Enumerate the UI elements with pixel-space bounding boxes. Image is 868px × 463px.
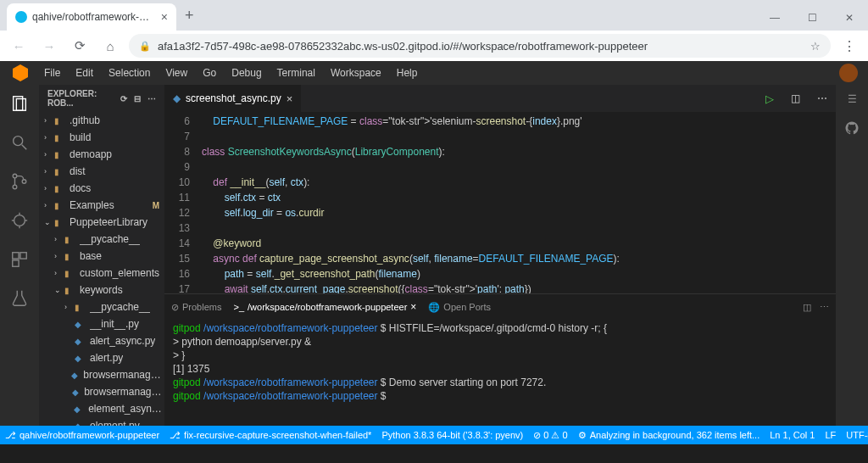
tree-item[interactable]: ›▮ExamplesM [39, 197, 164, 214]
url-input[interactable]: 🔒 afa1a3f2-7d57-498c-ae98-078652332abc.w… [129, 34, 831, 58]
panel-tabs: ⊘ Problems >_ /workspace/robotframework-… [164, 294, 836, 320]
test-icon[interactable] [9, 288, 30, 309]
menu-rail-icon[interactable]: ☰ [848, 93, 857, 105]
browser-tab-active[interactable]: qahive/robotframework-puppete × [7, 3, 176, 31]
python-file-icon: ◆ [173, 92, 181, 104]
lock-icon: 🔒 [139, 41, 151, 52]
explorer-header: EXPLORER: ROB... ⟳ ⊟ ⋯ [39, 85, 164, 112]
twisty-icon: › [64, 303, 75, 311]
tree-item[interactable]: ›▮__pycache__ [39, 298, 164, 315]
browser-menu-icon[interactable]: ⋮ [837, 38, 861, 54]
debug-activity-icon[interactable] [9, 210, 30, 231]
tree-label: custom_elements [80, 267, 159, 279]
menu-debug[interactable]: Debug [225, 61, 268, 85]
tree-item[interactable]: ◆alert.py [39, 349, 164, 366]
twisty-icon: › [44, 201, 54, 209]
close-tab-icon[interactable]: × [287, 92, 293, 105]
source-control-icon[interactable] [9, 171, 30, 192]
tree-item[interactable]: ›▮base [39, 248, 164, 265]
explorer-sidebar: EXPLORER: ROB... ⟳ ⊟ ⋯ ›▮.github›▮build›… [39, 85, 164, 426]
tree-label: dist [70, 165, 86, 177]
cursor-position[interactable]: Ln 1, Col 1 [770, 430, 815, 441]
tree-item[interactable]: ⌄▮PuppeteerLibrary [39, 214, 164, 231]
reload-icon[interactable]: ⟳ [68, 38, 92, 53]
encoding[interactable]: UTF-8 [846, 430, 868, 441]
tree-label: __init__.py [90, 318, 139, 330]
modified-badge: M [153, 201, 159, 210]
terminal-output[interactable]: gitpod /workspace/robotframework-puppete… [164, 320, 836, 426]
python-file-icon: ◆ [75, 337, 86, 346]
refresh-icon[interactable]: ⟳ [120, 94, 127, 103]
tree-item[interactable]: ›▮custom_elements [39, 265, 164, 282]
back-icon[interactable]: ← [7, 39, 31, 53]
tree-label: keywords [80, 284, 123, 296]
code-editor[interactable]: 67891011121314151617181920212223 DEFAULT… [164, 112, 836, 293]
open-ports-tab[interactable]: 🌐 Open Ports [428, 302, 491, 313]
menu-file[interactable]: File [37, 61, 67, 85]
tree-label: __pycache__ [90, 301, 150, 313]
close-terminal-icon[interactable]: × [410, 301, 416, 313]
tree-item[interactable]: ◆__init__.py [39, 315, 164, 332]
forward-icon[interactable]: → [37, 39, 61, 53]
problems-tab[interactable]: ⊘ Problems [171, 302, 221, 313]
menu-workspace[interactable]: Workspace [324, 61, 388, 85]
minimize-icon[interactable]: — [756, 5, 793, 31]
python-interpreter[interactable]: Python 3.8.3 64-bit ('3.8.3': pyenv) [381, 430, 523, 440]
tree-item[interactable]: ◆element_async.py [39, 400, 164, 417]
svg-point-8 [14, 215, 25, 226]
tree-item[interactable]: ›▮__pycache__ [39, 231, 164, 248]
maximize-icon[interactable]: ☐ [793, 5, 831, 31]
twisty-icon: › [54, 269, 64, 277]
tree-item[interactable]: ›▮build [39, 129, 164, 146]
github-icon[interactable] [844, 120, 860, 138]
menu-terminal[interactable]: Terminal [270, 61, 322, 85]
diagnostics[interactable]: ⊘ 0 ⚠ 0 [533, 430, 567, 441]
tree-item[interactable]: ›▮demoapp [39, 146, 164, 163]
tree-item[interactable]: ›▮docs [39, 180, 164, 197]
run-icon[interactable]: ▷ [757, 85, 782, 112]
line-ending[interactable]: LF [825, 430, 836, 441]
split-panel-icon[interactable]: ◫ [803, 302, 811, 313]
collapse-icon[interactable]: ⊟ [134, 94, 141, 103]
close-window-icon[interactable]: ✕ [831, 5, 868, 31]
tree-item[interactable]: ⌄▮keywords [39, 282, 164, 298]
explorer-icon[interactable] [9, 93, 30, 114]
search-activity-icon[interactable] [9, 132, 30, 153]
tree-item[interactable]: ◆browsermanagement.py [39, 383, 164, 400]
gitpod-favicon [15, 11, 27, 23]
tree-item[interactable]: ◆alert_async.py [39, 332, 164, 349]
editor-tab-active[interactable]: ◆ screenshot_async.py × [164, 85, 301, 112]
tree-label: docs [70, 182, 91, 194]
analyzing-status[interactable]: ⚙ Analyzing in background, 362 items lef… [578, 430, 760, 441]
terminal-tab[interactable]: >_ /workspace/robotframework-puppeteer × [233, 301, 416, 313]
extensions-icon[interactable] [9, 249, 30, 270]
branch-repo[interactable]: ⎇ qahive/robotframework-puppeteer [5, 430, 159, 441]
tree-item[interactable]: ◆browsermanagement_a... [39, 366, 164, 383]
bookmark-icon[interactable]: ☆ [810, 40, 821, 53]
menu-view[interactable]: View [159, 61, 194, 85]
tree-label: alert.py [90, 352, 123, 364]
gitpod-logo-icon[interactable] [10, 63, 31, 83]
bottom-panel: ⊘ Problems >_ /workspace/robotframework-… [164, 293, 836, 426]
menu-go[interactable]: Go [196, 61, 223, 85]
editor-more-icon[interactable]: ⋯ [809, 85, 836, 112]
code-content[interactable]: DEFAULT_FILENAME_PAGE = class="tok-str">… [202, 112, 836, 293]
more-icon[interactable]: ⋯ [147, 94, 156, 103]
tree-item[interactable]: ◆element.py [39, 417, 164, 426]
split-editor-icon[interactable]: ◫ [782, 85, 809, 112]
python-file-icon: ◆ [75, 320, 86, 329]
menu-selection[interactable]: Selection [102, 61, 157, 85]
home-icon[interactable]: ⌂ [98, 39, 122, 53]
close-icon[interactable]: × [161, 10, 168, 24]
tree-label: base [80, 250, 102, 262]
new-tab-button[interactable]: + [176, 7, 203, 25]
more-panel-icon[interactable]: ⋯ [820, 302, 829, 313]
menu-help[interactable]: Help [390, 61, 425, 85]
tree-item[interactable]: ›▮.github [39, 112, 164, 129]
menu-edit[interactable]: Edit [69, 61, 100, 85]
avatar[interactable] [839, 64, 858, 82]
branch-name[interactable]: ⎇ fix-recursive-capture-screenshot-when-… [170, 430, 371, 441]
tree-label: alert_async.py [90, 335, 155, 347]
svg-rect-13 [13, 253, 19, 259]
tree-item[interactable]: ›▮dist [39, 163, 164, 180]
